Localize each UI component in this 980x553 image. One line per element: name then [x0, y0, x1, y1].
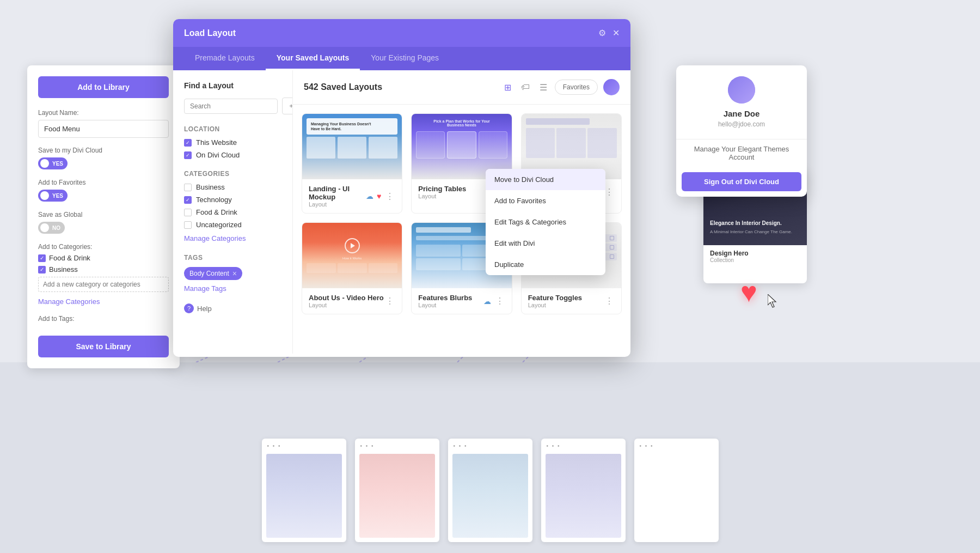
user-dropdown-top: Jane Doe hello@jdoe.com — [676, 65, 807, 139]
categories-section: Categories Business Technology Food & Dr… — [184, 170, 281, 243]
save-global-group: Save as Global NO — [38, 211, 169, 234]
context-menu-duplicate[interactable]: Duplicate — [486, 254, 605, 275]
user-avatar-btn[interactable] — [603, 79, 620, 95]
category-food-drink[interactable]: Food & Drink — [38, 254, 169, 262]
tab-existing-pages[interactable]: Your Existing Pages — [360, 47, 450, 70]
bg-thumb-2[interactable] — [355, 439, 439, 542]
layout-name-input[interactable] — [38, 120, 169, 138]
layout-card-about[interactable]: How it Works About Us - Video Hero Layou… — [302, 222, 402, 314]
modal-settings-button[interactable]: ⚙ — [598, 28, 606, 38]
categories-section-title: Categories — [184, 170, 281, 178]
layout-actions-blurbs: ☁ ⋮ — [483, 296, 505, 306]
modal-tabs: Premade Layouts Your Saved Layouts Your … — [173, 47, 630, 70]
more-btn-landing[interactable]: ⋮ — [384, 191, 395, 202]
layout-card-landing[interactable]: Managing Your Business Doesn'tHave to Be… — [302, 113, 402, 214]
check-business — [184, 184, 192, 191]
filter-business[interactable]: Business — [184, 183, 281, 191]
tab-premade-layouts[interactable]: Premade Layouts — [184, 47, 266, 70]
help-icon: ? — [184, 303, 194, 313]
view-grid-button[interactable]: ⊞ — [502, 80, 513, 95]
layouts-controls: ⊞ 🏷 ☰ Favorites — [502, 79, 620, 95]
save-global-toggle[interactable]: NO — [38, 222, 65, 234]
tab-saved-layouts[interactable]: Your Saved Layouts — [266, 47, 360, 70]
tag-chip-remove-icon[interactable]: × — [232, 269, 237, 278]
background-thumbnails — [0, 362, 980, 553]
edge-card-headline: Elegance In Interior Design. — [710, 220, 800, 227]
more-btn-toggles[interactable]: ⋮ — [604, 296, 615, 306]
category-business[interactable]: Business — [38, 265, 169, 274]
user-manage-link[interactable]: Manage Your Elegant Themes Account — [676, 139, 807, 167]
view-list-button[interactable]: ☰ — [537, 80, 549, 95]
tag-chip-label: Body Content — [189, 270, 229, 277]
help-link[interactable]: ? Help — [184, 303, 281, 313]
new-category-input[interactable] — [38, 277, 169, 292]
checkbox-business — [38, 266, 46, 274]
layout-actions-about: ⋮ — [384, 296, 395, 306]
label-business: Business — [196, 183, 225, 191]
add-categories-group: Add to Categories: Food & Drink Business… — [38, 243, 169, 306]
add-to-library-panel: Add to Library Layout Name: Save to my D… — [27, 65, 180, 368]
layout-name-blurbs: Features Blurbs — [418, 294, 472, 302]
layout-name-group: Layout Name: — [38, 109, 169, 138]
add-favorites-toggle[interactable]: YES — [38, 190, 68, 202]
save-to-library-button[interactable]: Save to Library — [38, 336, 169, 357]
layout-actions-landing: ☁ ♥ ⋮ — [366, 191, 395, 202]
modal-header: Load Layout ⚙ ✕ — [173, 19, 630, 47]
cloud-icon-landing: ☁ — [366, 192, 373, 200]
filter-divi-cloud[interactable]: On Divi Cloud — [184, 151, 281, 159]
filter-technology[interactable]: Technology — [184, 196, 281, 204]
context-menu-edit-tags[interactable]: Edit Tags & Categories — [486, 211, 605, 233]
add-categories-label: Add to Categories: — [38, 243, 169, 251]
filter-food-drink[interactable]: Food & Drink — [184, 208, 281, 216]
layout-thumb-about: How it Works — [302, 223, 402, 288]
save-cloud-label: Save to my Divi Cloud — [38, 147, 169, 154]
user-avatar-image — [728, 76, 755, 104]
view-tag-button[interactable]: 🏷 — [519, 80, 532, 94]
filter-button[interactable]: ＋ Filter — [282, 98, 293, 114]
favorites-button[interactable]: Favorites — [555, 80, 598, 95]
edge-card-type: Collection — [710, 257, 800, 263]
context-menu-move-to-cloud[interactable]: Move to Divi Cloud — [486, 169, 605, 190]
layouts-count: 542 Saved Layouts — [304, 82, 382, 92]
manage-categories-filter-link[interactable]: Manage Categories — [184, 234, 246, 242]
heart-icon-landing[interactable]: ♥ — [377, 192, 381, 200]
bg-thumb-3[interactable] — [448, 439, 532, 542]
edge-card-sub: A Minimal Interior Can Change The Game. — [710, 229, 800, 234]
toggle-dot-3 — [40, 223, 49, 232]
modal-title: Load Layout — [184, 28, 236, 38]
add-tags-label: Add to Tags: — [38, 315, 169, 323]
layout-type-landing: Layout — [309, 201, 366, 208]
bg-thumb-4[interactable] — [541, 439, 626, 542]
search-input[interactable] — [184, 99, 278, 114]
user-email: hello@jdoe.com — [687, 120, 796, 128]
bg-thumb-5[interactable] — [634, 439, 719, 542]
manage-categories-link[interactable]: Manage Categories — [38, 297, 100, 306]
label-uncategorized: Uncategorized — [196, 221, 242, 229]
bg-thumb-1[interactable] — [262, 439, 346, 542]
floating-heart: ♥ — [740, 278, 773, 311]
user-dropdown: Jane Doe hello@jdoe.com Manage Your Eleg… — [676, 65, 807, 197]
filter-uncategorized[interactable]: Uncategorized — [184, 221, 281, 229]
modal-header-actions: ⚙ ✕ — [598, 28, 620, 38]
save-cloud-toggle[interactable]: YES — [38, 157, 68, 169]
layout-type-blurbs: Layout — [418, 302, 472, 308]
edge-card-text: Elegance In Interior Design. A Minimal I… — [710, 220, 800, 234]
tag-chip-body-content[interactable]: Body Content × — [184, 267, 242, 280]
context-menu-add-favorites[interactable]: Add to Favorites — [486, 190, 605, 211]
category-food-drink-label: Food & Drink — [49, 254, 90, 262]
sidebar-title[interactable]: Add to Library — [38, 76, 169, 98]
sign-out-button[interactable]: Sign Out of Divi Cloud — [682, 172, 801, 191]
more-btn-about[interactable]: ⋮ — [384, 296, 395, 306]
add-favorites-label: Add to Favorites — [38, 179, 169, 186]
location-section-title: Location — [184, 125, 281, 133]
check-technology — [184, 196, 192, 204]
toggle-dot-2 — [40, 191, 49, 200]
context-menu: Move to Divi Cloud Add to Favorites Edit… — [486, 169, 605, 275]
more-btn-blurbs[interactable]: ⋮ — [494, 296, 505, 306]
label-divi-cloud: On Divi Cloud — [196, 151, 240, 159]
user-name: Jane Doe — [687, 109, 796, 118]
manage-tags-link[interactable]: Manage Tags — [184, 284, 281, 293]
context-menu-edit-divi[interactable]: Edit with Divi — [486, 233, 605, 254]
modal-close-button[interactable]: ✕ — [612, 28, 620, 38]
filter-this-website[interactable]: This Website — [184, 138, 281, 147]
